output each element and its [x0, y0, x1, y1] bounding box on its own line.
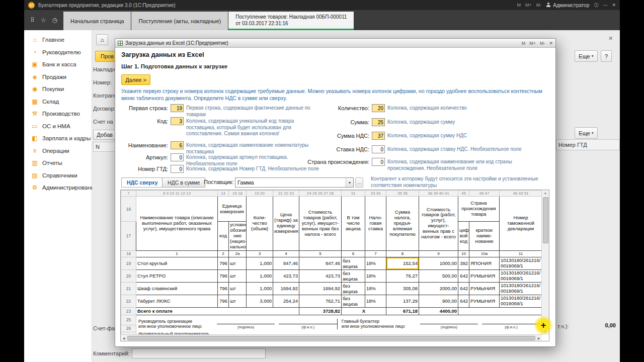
gtd-column-input[interactable]	[171, 165, 184, 173]
header-country-name[interactable]: краткое наиме-нование	[469, 222, 500, 251]
cell[interactable]: 642	[458, 282, 469, 295]
cell[interactable]: 10130180/261216/0019069/1	[500, 282, 542, 295]
row-number[interactable]: 18	[121, 250, 136, 257]
dialog-titlebar[interactable]: Загрузка данных из Excel (1С:Предприятие…	[115, 39, 555, 48]
more-button-top[interactable]: Еще▾	[575, 50, 598, 62]
row-number[interactable]: 16	[121, 197, 136, 222]
col-number[interactable]: 24 25 26 27 28	[299, 191, 342, 197]
cell[interactable]: 1	[136, 250, 218, 257]
vat-sum-column-input[interactable]	[372, 132, 385, 140]
cell[interactable]: 10130180/261216/0019069/1	[500, 257, 542, 269]
tab-home[interactable]: Начальная страница	[63, 12, 131, 30]
name-column-input[interactable]	[171, 141, 184, 149]
quantity-column-input[interactable]	[372, 104, 385, 112]
cell[interactable]: 3,000	[247, 295, 273, 307]
scale-m-minus-button[interactable]: М-	[536, 3, 542, 8]
col-number[interactable]: 35 36	[386, 191, 419, 197]
cell[interactable]: 10130180/261216/0019069/1	[500, 269, 542, 282]
cell[interactable]: шт	[229, 282, 247, 295]
cell[interactable]: шт	[229, 257, 247, 269]
col-number[interactable]: 46 47	[469, 191, 500, 197]
cell[interactable]: 796	[218, 257, 229, 269]
cell[interactable]: 10130180/261216/0019069/1	[500, 295, 542, 307]
supplier-open-button[interactable]: …	[355, 177, 363, 188]
row-number[interactable]: 22	[121, 295, 136, 307]
cell[interactable]: без акциза	[342, 269, 365, 282]
sidebar-item-salary[interactable]: ◧Зарплата и кадры	[24, 132, 92, 145]
cell[interactable]: 9	[419, 250, 458, 257]
cell[interactable]: 10а	[469, 250, 500, 257]
sidebar-item-manager[interactable]: ◔Руководителю	[24, 46, 92, 59]
cell[interactable]: 10	[458, 250, 469, 257]
cell[interactable]: 642	[458, 295, 469, 307]
header-cost-with-tax[interactable]: Стоимость товаров (работ, услуг), имущес…	[419, 197, 458, 251]
header-name[interactable]: Наименование товара (описание выполненны…	[136, 197, 218, 251]
col-number[interactable]: 7	[121, 191, 136, 197]
horizontal-scrollbar[interactable]: ◀ ▶	[121, 334, 542, 341]
scale-m-minus-button[interactable]: М-	[540, 41, 545, 46]
user-badge[interactable]: Администратор	[546, 3, 589, 8]
selected-cell[interactable]: 152,54	[386, 257, 419, 269]
cell[interactable]: 3	[247, 250, 273, 257]
vertical-scrollbar[interactable]: ▲ ▼	[541, 190, 549, 335]
cell[interactable]: 7	[365, 250, 386, 257]
header-gtd[interactable]: Номер таможенной декларации	[500, 197, 542, 251]
sidebar-item-purchases[interactable]: ◉Покупки	[24, 83, 92, 96]
home-button[interactable]: ⌂	[96, 34, 108, 45]
favorites-star-icon[interactable]: ☆	[41, 17, 46, 24]
sidebar-item-catalogs[interactable]: ▤Справочники	[24, 169, 92, 182]
cell[interactable]: ЯПОНИЯ	[469, 257, 500, 269]
row-number[interactable]: 19	[121, 257, 136, 269]
col-number[interactable]: 48 49 51	[500, 191, 542, 197]
cell[interactable]: 900,00	[419, 295, 458, 307]
cell[interactable]: 8	[386, 250, 419, 257]
sidebar-item-warehouse[interactable]: ▦Склад	[24, 96, 92, 108]
header-rate[interactable]: Нало-говая ставка	[365, 197, 386, 251]
cell[interactable]: 1694,92	[273, 282, 299, 295]
cell[interactable]: 1,000	[247, 257, 273, 269]
tab-vat-on-top[interactable]: НДС сверху	[121, 177, 164, 188]
total-label-cell[interactable]: Всего к оплате	[136, 307, 299, 315]
cell[interactable]: 11	[500, 250, 542, 257]
scale-m-plus-button[interactable]: М+	[529, 41, 536, 46]
sum-column-input[interactable]	[372, 118, 385, 126]
cell[interactable]: 2	[218, 250, 229, 257]
cell[interactable]: 18%	[365, 295, 386, 307]
sidebar-item-administration[interactable]: ⚙Администрирование	[24, 182, 92, 194]
cell[interactable]: 847,46	[273, 257, 299, 269]
col-number[interactable]: 15 18	[229, 191, 247, 197]
scale-m-button[interactable]: М	[522, 41, 526, 46]
col-number[interactable]: 19 20	[247, 191, 273, 197]
row-number[interactable]: 17	[121, 222, 136, 251]
cell[interactable]: 6	[342, 250, 365, 257]
first-line-input[interactable]	[171, 104, 184, 112]
header-quantity[interactable]: Коли-чество (объем)	[247, 197, 273, 251]
row-number[interactable]: 23	[121, 307, 136, 315]
dialog-close-button[interactable]: ✕	[549, 41, 553, 46]
cell[interactable]: без акциза	[342, 295, 365, 307]
cell[interactable]: Стул РЕТРО	[136, 269, 218, 282]
cell[interactable]: 392	[458, 257, 469, 269]
cell[interactable]: без акциза	[342, 257, 365, 269]
cell[interactable]: 4	[273, 250, 299, 257]
cell[interactable]: 642	[458, 269, 469, 282]
sidebar-item-sales[interactable]: ◈Продажи	[24, 71, 92, 83]
form-close-button[interactable]: ✕	[608, 35, 613, 42]
cell[interactable]: 2000,00	[419, 282, 458, 295]
close-button[interactable]: ✕	[612, 3, 616, 8]
cell[interactable]: 18%	[365, 282, 386, 295]
cell[interactable]: Табурет ЛЮКС	[136, 295, 218, 307]
info-icon[interactable]: ⓘ	[594, 2, 598, 9]
tab-vat-included[interactable]: НДС в сумме	[162, 177, 205, 188]
supplier-combobox[interactable]: Гамма ▾	[235, 177, 354, 188]
cell[interactable]: 1000,00	[419, 257, 458, 269]
more-button-table[interactable]: Еще▾	[575, 127, 598, 139]
header-cost[interactable]: Стоимость товаров (работ, услуг), имущес…	[299, 197, 342, 251]
header-unit-code[interactable]: код	[218, 222, 229, 251]
help-button[interactable]: ?	[601, 50, 612, 62]
col-number[interactable]: 21 22 23	[273, 191, 299, 197]
cell[interactable]: 2а	[229, 250, 247, 257]
scale-m-button[interactable]: М	[517, 3, 521, 8]
cell[interactable]: 137,29	[386, 295, 419, 307]
header-tax-sum[interactable]: Сумма налога, предъя-вляемая покупателю	[386, 197, 419, 251]
